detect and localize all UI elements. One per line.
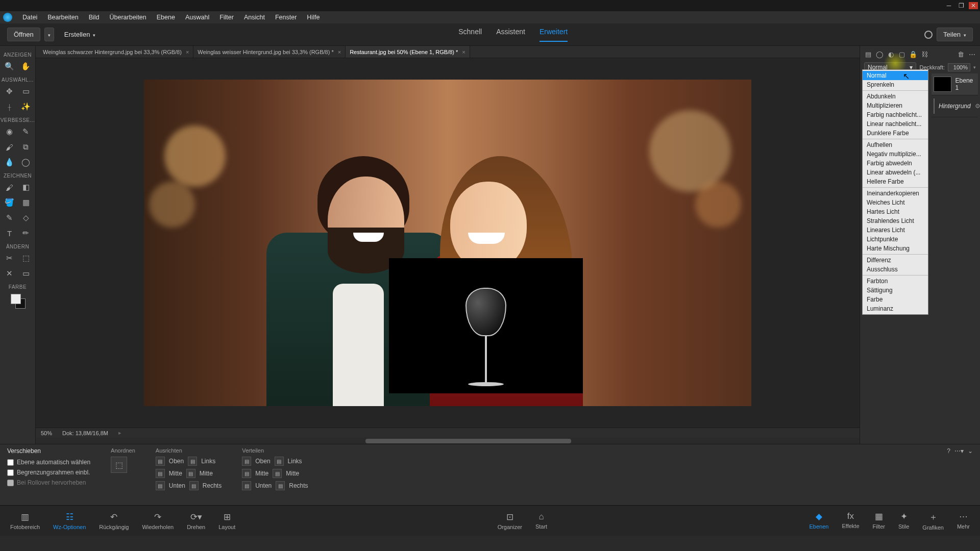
pencil-tool[interactable]: ✏ [20, 227, 32, 239]
align-unten[interactable]: ▤ [242, 481, 251, 490]
blend-option-linear-abwedeln-[interactable]: Linear abwedeln (... [863, 168, 928, 177]
bottombar-drehen[interactable]: ⟳▾Drehen [187, 512, 205, 530]
blur-tool[interactable]: 💧 [4, 156, 16, 168]
open-dropdown[interactable] [44, 28, 54, 41]
align-links[interactable]: ▤ [188, 457, 197, 466]
crop-tool[interactable]: ✂ [4, 252, 16, 264]
menu-datei[interactable]: Datei [17, 14, 42, 21]
align-mitte[interactable]: ▤ [156, 469, 165, 478]
opacity-value[interactable]: 100% [948, 63, 970, 71]
blend-option-lineares-licht[interactable]: Lineares Licht [863, 226, 928, 235]
close-tab-2[interactable]: × [462, 49, 465, 55]
redeye-tool[interactable]: ◉ [4, 126, 16, 138]
collapse-panel-icon[interactable]: ⌄ [968, 447, 973, 455]
smartbrush-tool[interactable]: 🖌 [4, 141, 16, 153]
marquee-tool[interactable]: ▭ [20, 85, 32, 97]
clone-tool[interactable]: ⧉ [20, 141, 32, 153]
sponge-tool[interactable]: ◯ [20, 156, 32, 168]
horizontal-scrollbar[interactable] [36, 438, 860, 444]
layer-thumb[interactable] [934, 98, 935, 114]
bottombar-wz-optionen[interactable]: ☷Wz-Optionen [53, 512, 86, 530]
menu-filter[interactable]: Filter [214, 14, 239, 21]
bottombar-mehr[interactable]: ⋯Mehr [957, 511, 970, 531]
blend-option-s-ttigung[interactable]: Sättigung [863, 286, 928, 295]
blend-option-normal[interactable]: Normal [863, 71, 928, 80]
blend-option-sprenkeln[interactable]: Sprenkeln [863, 80, 928, 89]
align-rechts[interactable]: ▤ [189, 481, 199, 490]
menu-fenster[interactable]: Fenster [270, 14, 302, 21]
move-tool[interactable]: ✥ [4, 85, 16, 97]
spot-tool[interactable]: ✎ [20, 126, 32, 138]
eraser-tool[interactable]: ◧ [20, 181, 32, 193]
mask-icon[interactable]: ▢ [898, 50, 906, 58]
menu-bild[interactable]: Bild [84, 14, 105, 21]
menu-auswahl[interactable]: Auswahl [180, 14, 214, 21]
blend-option-luminanz[interactable]: Luminanz [863, 304, 928, 313]
menu-bearbeiten[interactable]: Bearbeiten [42, 14, 83, 21]
blend-option-negativ-multiplizie-[interactable]: Negativ multiplizie... [863, 149, 928, 159]
menu-ueberarbeiten[interactable]: Überarbeiten [105, 14, 152, 21]
maximize-button[interactable]: ❐ [957, 2, 966, 9]
close-tab-1[interactable]: × [338, 49, 341, 55]
align-mitte2[interactable]: ▤ [186, 469, 195, 478]
blend-option-lichtpunkte[interactable]: Lichtpunkte [863, 235, 928, 244]
align-oben[interactable]: ▤ [242, 457, 251, 466]
wand-tool[interactable]: ✨ [20, 101, 32, 113]
blend-option-hellere-farbe[interactable]: Hellere Farbe [863, 177, 928, 186]
mode-schnell[interactable]: Schnell [458, 28, 482, 42]
help-icon[interactable]: ? [947, 447, 950, 455]
blend-option-farbton[interactable]: Farbton [863, 277, 928, 286]
align-mitte[interactable]: ▤ [242, 469, 251, 478]
mode-erweitert[interactable]: Erweitert [540, 28, 568, 42]
blend-mode-menu[interactable]: NormalSprenkelnAbdunkelnMultiplizierenFa… [862, 69, 928, 315]
fill-tool[interactable]: 🪣 [4, 196, 16, 209]
arrange-button[interactable]: ⬚ [111, 457, 127, 473]
blend-option-harte-mischung[interactable]: Harte Mischung [863, 244, 928, 253]
rollover-checkbox[interactable]: Bei Rollover hervorheben [7, 479, 90, 486]
foreground-color[interactable] [11, 294, 21, 304]
link-icon[interactable]: ⛓ [920, 50, 928, 58]
bottombar-effekte[interactable]: fxEffekte [842, 511, 859, 531]
gradient-tool[interactable]: ▦ [20, 196, 32, 209]
hand-tool[interactable]: ✋ [20, 60, 32, 72]
lock-icon[interactable]: 🔒 [909, 50, 917, 58]
bottombar-layout[interactable]: ⊞Layout [218, 512, 235, 530]
create-button[interactable]: Erstellen [58, 28, 102, 41]
align-oben[interactable]: ▤ [156, 457, 165, 466]
recompose-tool[interactable]: ⬚ [20, 252, 32, 264]
blend-option-weiches-licht[interactable]: Weiches Licht [863, 198, 928, 207]
panel-options-icon[interactable]: ⋯▾ [954, 447, 964, 455]
bottombar-fotobereich[interactable]: ▥Fotobereich [10, 512, 40, 530]
menu-hilfe[interactable]: Hilfe [302, 14, 325, 21]
brush-tool[interactable]: 🖌 [4, 181, 16, 193]
doc-tab-1[interactable]: Weinglas weisser Hintergrund.jpg bei 33,… [193, 46, 346, 58]
blend-option-hartes-licht[interactable]: Hartes Licht [863, 207, 928, 216]
layer-item-0[interactable]: Ebene 1 [932, 73, 978, 95]
bottombar-ebenen[interactable]: ◆Ebenen [810, 511, 829, 531]
blend-option-ineinanderkopieren[interactable]: Ineinanderkopieren [863, 189, 928, 198]
blend-option-ausschluss[interactable]: Ausschluss [863, 265, 928, 274]
text-tool[interactable]: T [4, 227, 16, 239]
menu-ansicht[interactable]: Ansicht [239, 14, 270, 21]
bottombar-wiederholen[interactable]: ↷Wiederholen [142, 512, 174, 530]
bottombar-organizer[interactable]: ⊡Organizer [498, 512, 522, 530]
shape-tool[interactable]: ◇ [20, 212, 32, 224]
adjustment-icon[interactable]: ◐ [887, 50, 895, 58]
color-swatches[interactable] [11, 294, 25, 308]
blend-option-farbig-nachbelicht-[interactable]: Farbig nachbelicht... [863, 110, 928, 119]
align-mitte2[interactable]: ▤ [273, 469, 282, 478]
doc-tab-2[interactable]: Restaurant.jpg bei 50% (Ebene 1, RGB/8) … [346, 46, 470, 58]
blend-option-aufhellen[interactable]: Aufhellen [863, 140, 928, 149]
straighten-tool[interactable]: ▭ [20, 267, 32, 280]
auto-select-checkbox[interactable]: Ebene automatisch wählen [7, 459, 90, 466]
bottombar-start[interactable]: ⌂Start [535, 512, 547, 530]
blend-option-abdunkeln[interactable]: Abdunkeln [863, 92, 928, 101]
minimize-button[interactable]: ─ [944, 2, 953, 9]
zoom-tool[interactable]: 🔍 [4, 60, 16, 72]
blend-option-farbe[interactable]: Farbe [863, 295, 928, 304]
bottombar-filter[interactable]: ▦Filter [873, 511, 885, 531]
open-button[interactable]: Öffnen [7, 28, 40, 41]
blend-option-dunklere-farbe[interactable]: Dunklere Farbe [863, 129, 928, 138]
doc-tab-0[interactable]: Weinglas schwarzer Hintergrund.jpg bei 3… [39, 46, 193, 58]
blend-option-farbig-abwedeln[interactable]: Farbig abwedeln [863, 159, 928, 168]
